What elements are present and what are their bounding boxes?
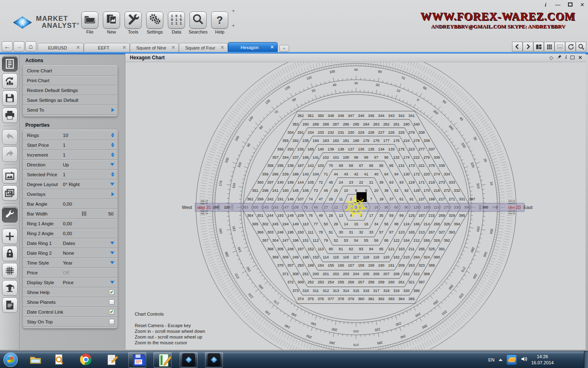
checkbox-checked-icon[interactable]: ✔	[109, 309, 114, 314]
chevron-down-icon[interactable]	[110, 242, 114, 245]
new-tab-button[interactable]: +	[279, 45, 289, 52]
notes-sidebar-icon[interactable]	[2, 297, 18, 313]
home-icon[interactable]: ⌂	[25, 41, 36, 52]
property-bar-angle[interactable]: Bar Angle0,00	[23, 199, 118, 209]
taskbar-market-analyst-2[interactable]	[205, 352, 223, 368]
property-date-ring-2[interactable]: Date Ring 2None	[23, 248, 118, 258]
spinner-icon[interactable]	[111, 143, 114, 147]
property-ring-1-angle[interactable]: Ring 1 Angle0,00	[23, 219, 118, 229]
chart-restore-icon[interactable]	[570, 55, 575, 61]
tray-expand-icon[interactable]	[499, 359, 503, 361]
property-degree-layout[interactable]: Degree Layout0° Right	[23, 180, 118, 189]
add-sidebar-icon[interactable]	[2, 229, 18, 244]
show-desktop-button[interactable]	[584, 351, 588, 368]
data-button[interactable]: 1 0 1 0 1 0 1 1 1Data	[167, 11, 185, 34]
tab-hexagon[interactable]: Hexagon✕	[228, 42, 278, 52]
hexagon-chart[interactable]: 0102030405060708090100110120130140150160…	[125, 62, 586, 350]
tab-close-icon[interactable]: ✕	[122, 45, 126, 50]
searches-button[interactable]: Searches	[189, 11, 207, 34]
property-increment[interactable]: Increment1	[23, 150, 118, 160]
property-bar-width[interactable]: Bar Width50	[23, 209, 118, 219]
checkbox-checked-icon[interactable]: ✔	[109, 289, 114, 295]
property-show-planets[interactable]: Show Planets	[23, 297, 118, 307]
tab-square-of-nine[interactable]: Square of Nine✕	[130, 43, 179, 52]
print-sidebar-icon[interactable]	[2, 108, 18, 123]
zoom-tool-icon[interactable]	[576, 42, 586, 52]
start-button[interactable]	[3, 352, 18, 367]
tab-eurusd[interactable]: EURUSD✕	[38, 43, 84, 52]
property-stay-on-top[interactable]: Stay On Top	[23, 317, 118, 327]
tools-wrench-sidebar-icon[interactable]	[2, 207, 18, 222]
checkbox-unchecked-icon[interactable]	[109, 319, 114, 324]
diamond-icon[interactable]: ◇	[549, 55, 553, 61]
property-display-style[interactable]: Display StylePrice	[23, 278, 118, 287]
chevron-down-icon[interactable]	[110, 261, 114, 264]
property-overlays[interactable]: Overlays	[23, 189, 118, 199]
nav-back-icon[interactable]: ←	[2, 41, 13, 52]
spinner-icon[interactable]	[111, 153, 114, 157]
pin-icon[interactable]	[557, 54, 562, 61]
tab-close-icon[interactable]: ✕	[76, 45, 80, 50]
notepad-icon[interactable]	[106, 354, 118, 366]
explorer-icon[interactable]	[29, 354, 42, 366]
grid-sidebar-icon[interactable]	[2, 263, 18, 278]
new-button[interactable]: New	[102, 11, 120, 34]
weather-tray-icon[interactable]	[507, 355, 517, 365]
property-time-style[interactable]: Time StyleYear	[23, 258, 118, 268]
tab-square-of-four[interactable]: Square of Four✕	[179, 43, 228, 52]
spinner-icon[interactable]	[111, 133, 114, 137]
property-show-help[interactable]: Show Help✔	[23, 287, 118, 297]
prev-tool-icon[interactable]	[512, 42, 523, 52]
file-button[interactable]: File	[81, 11, 99, 34]
action-print-chart[interactable]: Print Chart	[23, 76, 118, 85]
taskbar-market-analyst-1[interactable]	[180, 352, 198, 368]
chevron-down-icon[interactable]	[110, 183, 114, 186]
taskbar-editor-app[interactable]	[154, 352, 172, 368]
clone-chart-sidebar-icon[interactable]	[2, 73, 18, 89]
property-selected-price[interactable]: Selected Price1	[23, 170, 118, 180]
action-restore-default-settings[interactable]: Restore Default Settings	[23, 85, 118, 95]
taskbar-floppy-app[interactable]	[128, 352, 146, 368]
property-start-price[interactable]: Start Price1	[23, 140, 118, 150]
chrome-icon[interactable]	[80, 354, 92, 366]
export-images-sidebar-icon[interactable]	[2, 185, 18, 201]
training-sidebar-icon[interactable]	[2, 280, 18, 296]
layout-tool-icon[interactable]	[533, 42, 544, 52]
tab-eeft[interactable]: EEFT✕	[84, 43, 130, 52]
checkbox-unchecked-icon[interactable]	[109, 299, 114, 305]
property-direction[interactable]: DirectionUp	[23, 160, 118, 170]
language-indicator[interactable]: EN	[488, 357, 494, 362]
save-sidebar-icon[interactable]	[2, 90, 18, 106]
chart-close-icon[interactable]: ✕	[578, 55, 582, 61]
tab-close-icon[interactable]: ✕	[270, 45, 274, 50]
submenu-arrow-icon[interactable]	[111, 192, 114, 196]
property-rings[interactable]: Rings10	[23, 130, 118, 140]
chart-properties-sidebar-icon[interactable]	[2, 56, 18, 72]
chevron-down-icon[interactable]	[110, 281, 114, 284]
action-clone-chart[interactable]: Clone Chart	[23, 66, 118, 76]
export-image-sidebar-icon[interactable]	[2, 168, 18, 184]
slider-icon[interactable]	[82, 211, 86, 216]
lock-sidebar-icon[interactable]	[2, 246, 18, 261]
settings-button[interactable]: Settings	[146, 11, 164, 34]
chevron-down-icon[interactable]	[110, 251, 114, 254]
grid-tool-icon[interactable]	[544, 42, 555, 52]
property-ring-2-angle[interactable]: Ring 2 Angle0,00	[23, 229, 118, 238]
spinner-icon[interactable]	[111, 172, 114, 177]
action-send-to[interactable]: Send To	[23, 105, 118, 115]
tab-close-icon[interactable]: ✕	[172, 45, 175, 50]
tools-button[interactable]: Tools	[124, 11, 142, 34]
help-button[interactable]: ?Help	[211, 11, 229, 34]
search-file-icon[interactable]	[53, 354, 65, 366]
nav-forward-icon[interactable]: →	[13, 41, 24, 52]
tray-clock[interactable]: 14:26 16.07.2014	[531, 354, 554, 366]
volume-icon[interactable]	[521, 356, 527, 364]
chart-info-icon[interactable]: i	[566, 54, 567, 61]
chevron-down-icon[interactable]	[110, 163, 114, 166]
property-price[interactable]: PriceOff	[23, 268, 118, 278]
property-date-ring-1[interactable]: Date Ring 1Dates	[23, 238, 118, 248]
action-save-settings-as-default[interactable]: Save Settings as Default	[23, 95, 118, 105]
next-tool-icon[interactable]	[523, 42, 533, 52]
tab-close-icon[interactable]: ✕	[220, 45, 224, 50]
refresh-tool-icon[interactable]	[565, 42, 576, 52]
